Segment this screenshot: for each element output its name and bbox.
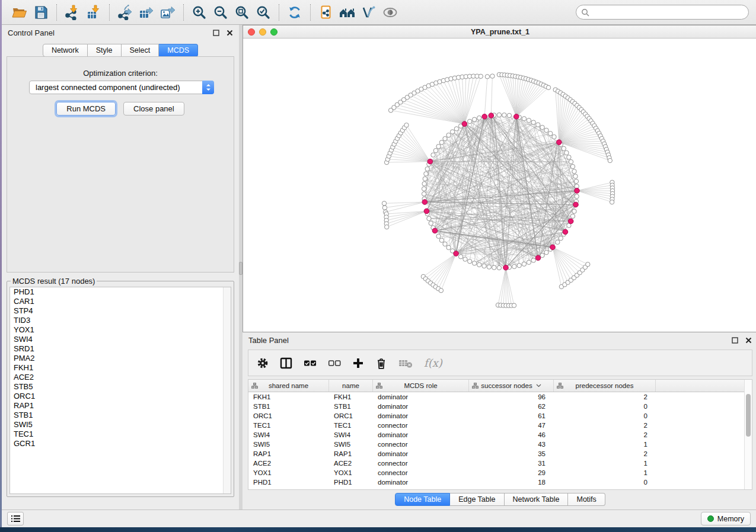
table-cell[interactable]: 0 [554, 411, 656, 421]
table-cell[interactable]: SWI4 [248, 430, 329, 440]
network-hub-node-selected[interactable] [575, 188, 580, 194]
table-cell[interactable]: TEC1 [248, 421, 329, 430]
network-leaf-node[interactable] [385, 225, 389, 229]
network-node[interactable] [574, 179, 578, 183]
table-cell[interactable]: 1 [554, 468, 656, 477]
task-history-button[interactable] [7, 512, 24, 525]
table-row[interactable]: STB1STB1dominator620 [248, 402, 744, 411]
network-hub-node-selected[interactable] [563, 229, 568, 235]
mcds-result-item[interactable]: ORC1 [10, 392, 231, 401]
tab-edge-table[interactable]: Edge Table [450, 493, 504, 506]
network-node[interactable] [512, 264, 516, 268]
network-node[interactable] [487, 265, 491, 269]
network-node[interactable] [443, 242, 447, 246]
table-cell[interactable]: FKH1 [329, 392, 373, 402]
table-cell[interactable]: SWI5 [329, 440, 373, 449]
tab-motifs[interactable]: Motifs [568, 493, 605, 506]
network-node[interactable] [472, 117, 476, 121]
tab-select[interactable]: Select [122, 44, 160, 57]
network-leaf-node[interactable] [485, 75, 489, 79]
column-header-successor-nodes[interactable]: successor nodes [469, 380, 554, 392]
table-cell[interactable]: 0 [554, 402, 656, 411]
network-hub-node-selected[interactable] [535, 255, 541, 261]
mcds-result-item[interactable]: STP4 [10, 306, 231, 316]
network-node[interactable] [527, 260, 531, 264]
network-leaf-node[interactable] [439, 289, 443, 293]
network-leaf-node[interactable] [382, 201, 386, 206]
table-row[interactable]: RAP1RAP1dominator352 [248, 449, 744, 459]
network-node[interactable] [572, 169, 576, 174]
mcds-result-item[interactable]: CAR1 [10, 297, 231, 306]
refresh-view-button[interactable] [284, 2, 305, 23]
table-cell[interactable]: RAP1 [248, 449, 329, 459]
network-node[interactable] [463, 257, 467, 261]
export-table-button[interactable] [136, 2, 157, 23]
table-cell[interactable]: 0 [554, 477, 656, 487]
table-cell[interactable]: RAP1 [329, 449, 373, 459]
network-node[interactable] [492, 265, 496, 270]
table-cell[interactable]: ACE2 [248, 459, 329, 468]
network-leaf-node[interactable] [586, 262, 590, 267]
table-cell[interactable]: PHD1 [329, 477, 373, 487]
network-node[interactable] [429, 221, 433, 225]
table-cell[interactable]: 46 [469, 430, 554, 440]
import-network-button[interactable] [62, 2, 83, 23]
network-node[interactable] [552, 134, 556, 139]
network-node[interactable] [559, 236, 563, 241]
table-cell[interactable]: YOX1 [248, 468, 329, 477]
mcds-result-item[interactable]: PMA2 [10, 354, 231, 363]
network-hub-node-selected[interactable] [514, 114, 519, 120]
network-leaf-node[interactable] [610, 200, 614, 204]
close-panel-button[interactable]: Close panel [123, 102, 184, 116]
table-row[interactable]: TEC1TEC1connector472 [248, 421, 744, 430]
table-cell[interactable]: 18 [469, 477, 554, 487]
show-columns-icon[interactable] [280, 357, 292, 369]
network-node[interactable] [468, 119, 472, 123]
table-cell[interactable]: 43 [469, 440, 554, 449]
network-node[interactable] [439, 238, 444, 242]
mcds-result-item[interactable]: SWI4 [10, 335, 231, 344]
network-node[interactable] [556, 240, 560, 244]
table-scrollbar[interactable] [744, 380, 752, 489]
tab-mcds[interactable]: MCDS [159, 44, 198, 57]
mcds-result-item[interactable]: ACE2 [10, 373, 231, 382]
network-hub-node-selected[interactable] [428, 159, 433, 164]
table-cell[interactable]: connector [373, 440, 469, 449]
table-cell[interactable]: connector [373, 421, 469, 430]
column-header-name[interactable]: name [329, 380, 373, 392]
memory-button[interactable]: Memory [701, 512, 751, 525]
network-node[interactable] [482, 264, 486, 268]
table-cell[interactable]: dominator [373, 477, 469, 487]
table-cell[interactable]: 35 [469, 449, 554, 459]
network-hub-node-selected[interactable] [422, 200, 428, 205]
zoom-selected-button[interactable] [253, 2, 274, 23]
mcds-result-item[interactable]: TID3 [10, 316, 231, 325]
zoom-out-button[interactable] [210, 2, 231, 23]
network-node[interactable] [468, 259, 472, 263]
network-node[interactable] [443, 136, 447, 140]
mcds-result-item[interactable]: STB1 [10, 411, 231, 420]
float-panel-icon[interactable] [732, 337, 738, 344]
column-header-predecessor-nodes[interactable]: predecessor nodes [554, 380, 656, 392]
network-node[interactable] [422, 182, 426, 186]
network-hub-node-selected[interactable] [568, 219, 573, 224]
network-node[interactable] [562, 146, 566, 150]
network-node[interactable] [540, 125, 544, 129]
delete-column-icon[interactable] [375, 357, 387, 369]
network-node[interactable] [531, 258, 535, 262]
export-image-button[interactable] [157, 2, 178, 23]
tab-network[interactable]: Network [43, 44, 88, 57]
network-node[interactable] [422, 192, 426, 196]
table-scrollbar-thumb[interactable] [746, 394, 751, 437]
network-node[interactable] [575, 184, 579, 188]
network-node[interactable] [436, 145, 441, 149]
table-row[interactable]: ACE2ACE2connector311 [248, 459, 744, 468]
network-node[interactable] [507, 113, 511, 117]
network-hub-node-selected[interactable] [424, 209, 429, 214]
network-hub-node-selected[interactable] [573, 202, 579, 207]
table-cell[interactable]: 61 [469, 411, 554, 421]
mcds-result-item[interactable]: PHD1 [10, 287, 231, 297]
table-cell[interactable]: connector [373, 459, 469, 468]
network-node[interactable] [431, 153, 435, 157]
network-hub-node-selected[interactable] [557, 140, 562, 145]
